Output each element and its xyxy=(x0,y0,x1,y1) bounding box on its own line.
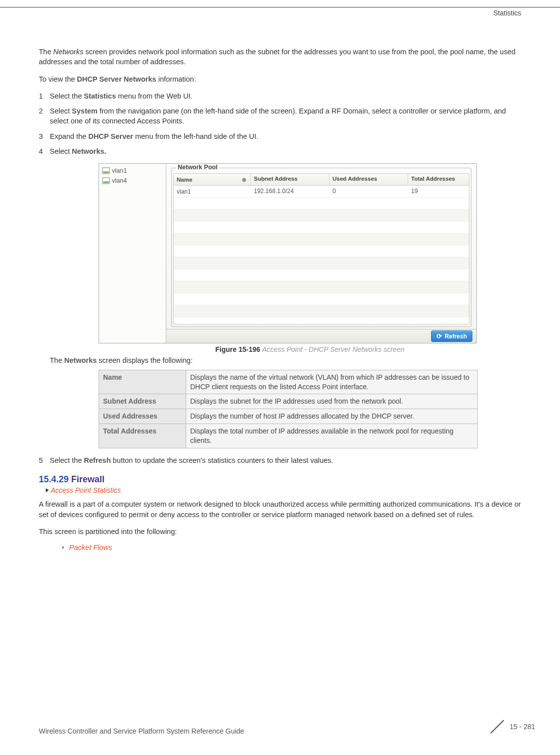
footer-page-number: 15 - 281 xyxy=(510,723,535,731)
text: Select xyxy=(50,147,72,155)
breadcrumb[interactable]: Access Point Statistics xyxy=(46,486,521,494)
step-text: Select the Refresh button to update the … xyxy=(50,455,521,465)
cell-subnet: 192.168.1.0/24 xyxy=(251,186,330,197)
def-desc: Displays the number of host IP addresses… xyxy=(186,409,478,424)
def-term: Name xyxy=(99,370,186,394)
vlan-sidebar: vlan1 vlan4 xyxy=(99,164,166,343)
figure-caption: Figure 15-196 Access Point - DHCP Server… xyxy=(99,345,521,353)
bold-text: Refresh xyxy=(84,456,111,464)
network-pool-legend: Network Pool xyxy=(176,164,220,171)
text: information: xyxy=(156,75,196,83)
breadcrumb-arrow-icon xyxy=(46,488,49,492)
sidebar-item-vlan4[interactable]: vlan4 xyxy=(99,176,166,186)
networks-italic: Networks xyxy=(53,48,83,56)
col-header-subnet[interactable]: Subnet Address xyxy=(251,174,330,185)
partition-list: Packet Flows xyxy=(62,543,521,551)
sidebar-item-vlan1[interactable]: vlan1 xyxy=(99,166,166,176)
step-text: Select Networks. xyxy=(50,146,521,156)
text: Select the xyxy=(50,92,84,100)
refresh-label: Refresh xyxy=(445,333,467,340)
firewall-para-2: This screen is partitioned into the foll… xyxy=(39,527,521,537)
step-3: 3 Expand the DHCP Server menu from the l… xyxy=(39,131,521,141)
steps-list: 1 Select the Statistics menu from the We… xyxy=(39,91,521,156)
empty-row xyxy=(174,198,469,210)
def-row: Name Displays the name of the virtual ne… xyxy=(99,370,478,394)
empty-row xyxy=(174,245,469,257)
firewall-para-1: A firewall is a part of a computer syste… xyxy=(39,499,521,520)
svg-rect-2 xyxy=(104,172,109,173)
def-desc: Displays the total number of IP addresse… xyxy=(186,424,478,448)
text: screen provides network pool information… xyxy=(39,48,516,66)
empty-row xyxy=(174,293,469,305)
intro-paragraph-1: The Networks screen provides network poo… xyxy=(39,47,521,67)
network-pool-fieldset: Network Pool Name ◉ Subnet Address Used … xyxy=(171,168,471,327)
sidebar-label: vlan1 xyxy=(112,167,127,174)
table-header-row: Name ◉ Subnet Address Used Addresses Tot… xyxy=(174,174,469,186)
text: The xyxy=(39,48,53,56)
table-row[interactable]: vlan1 192.168.1.0/24 0 19 xyxy=(174,186,469,198)
empty-row xyxy=(174,233,469,245)
step-number: 2 xyxy=(39,106,50,126)
text: menu from the left-hand side of the UI. xyxy=(133,132,258,140)
list-item[interactable]: Packet Flows xyxy=(62,543,521,551)
col-header-total[interactable]: Total Addresses xyxy=(408,174,469,185)
text: Select the xyxy=(50,456,84,464)
vlan-icon xyxy=(102,167,110,174)
bold-text: Networks. xyxy=(72,147,106,155)
steps-list-cont: 5 Select the Refresh button to update th… xyxy=(39,455,521,465)
text: Select xyxy=(50,107,72,115)
step-text: Expand the DHCP Server menu from the lef… xyxy=(50,131,521,141)
cell-used: 0 xyxy=(330,186,408,197)
text: button to update the screen's statistics… xyxy=(111,456,334,464)
step-number: 4 xyxy=(39,146,50,156)
bold-text: DHCP Server xyxy=(88,132,133,140)
step-2: 2 Select System from the navigation pane… xyxy=(39,106,521,126)
def-row: Subnet Address Displays the subnet for t… xyxy=(99,394,478,409)
footer-slash-icon xyxy=(489,718,506,735)
def-term: Used Addresses xyxy=(99,409,186,424)
definitions-table: Name Displays the name of the virtual ne… xyxy=(99,370,478,448)
intro-paragraph-2: To view the DHCP Server Networks informa… xyxy=(39,74,521,84)
svg-rect-1 xyxy=(103,168,109,171)
breadcrumb-label: Access Point Statistics xyxy=(51,486,121,494)
page-content: The Networks screen provides network poo… xyxy=(0,17,560,551)
text: from the navigation pane (on the left-ha… xyxy=(50,107,506,125)
step-number: 3 xyxy=(39,131,50,141)
sort-asc-icon: ◉ xyxy=(242,177,246,182)
page-footer: Wireless Controller and Service Platform… xyxy=(39,718,535,735)
empty-row xyxy=(174,257,469,269)
col-header-used[interactable]: Used Addresses xyxy=(330,174,408,185)
step-1: 1 Select the Statistics menu from the We… xyxy=(39,91,521,101)
vlan-icon xyxy=(102,177,110,184)
section-heading: 15.4.29 Firewall xyxy=(39,474,521,485)
col-header-label: Name xyxy=(177,177,192,183)
svg-line-6 xyxy=(491,720,504,733)
def-term: Subnet Address xyxy=(99,394,186,409)
figure-wrapper: vlan1 vlan4 Network Pool Name xyxy=(99,163,521,353)
refresh-button[interactable]: ⟳ Refresh xyxy=(431,330,472,342)
col-header-name[interactable]: Name ◉ xyxy=(174,174,251,185)
text: menu from the Web UI. xyxy=(116,92,193,100)
sidebar-label: vlan4 xyxy=(112,177,127,184)
footer-page-mark: 15 - 281 xyxy=(489,718,535,735)
text: The xyxy=(50,356,64,364)
text: Expand the xyxy=(50,132,88,140)
def-row: Used Addresses Displays the number of ho… xyxy=(99,409,478,424)
svg-rect-5 xyxy=(104,182,109,183)
text: screen displays the following: xyxy=(97,356,193,364)
step-4: 4 Select Networks. xyxy=(39,146,521,156)
empty-row xyxy=(174,305,469,317)
step-5: 5 Select the Refresh button to update th… xyxy=(39,455,521,465)
step-text: Select System from the navigation pane (… xyxy=(50,106,521,126)
main-pane: Network Pool Name ◉ Subnet Address Used … xyxy=(166,164,476,343)
network-pool-table: Name ◉ Subnet Address Used Addresses Tot… xyxy=(173,173,469,324)
def-row: Total Addresses Displays the total numbe… xyxy=(99,424,478,448)
empty-row xyxy=(174,210,469,221)
bold-text: System xyxy=(72,107,98,115)
svg-rect-4 xyxy=(103,178,109,181)
dhcp-server-networks-bold: DHCP Server Networks xyxy=(77,75,156,83)
empty-row xyxy=(174,269,469,281)
refresh-bar: ⟳ Refresh xyxy=(166,329,476,343)
figure-number: Figure 15-196 xyxy=(216,345,260,353)
header-rule xyxy=(0,7,560,7)
